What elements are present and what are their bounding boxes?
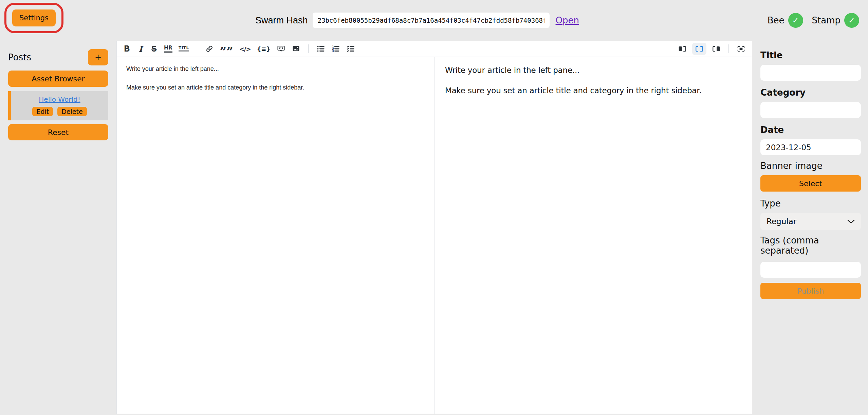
bullet-list-button[interactable] <box>316 43 326 55</box>
connection-status: Bee ✓ Stamp ✓ <box>768 13 859 28</box>
type-select[interactable]: Regular <box>760 213 861 230</box>
post-title-link[interactable]: Hello World! <box>39 95 80 103</box>
stamp-status: Stamp ✓ <box>812 13 859 28</box>
preview-pane: Write your article in the left pane... M… <box>435 57 752 414</box>
code-block-button[interactable]: {≡} <box>256 43 271 55</box>
category-label: Category <box>760 87 861 98</box>
bold-button[interactable]: B <box>123 43 131 55</box>
source-line: Make sure you set an article title and c… <box>126 83 425 92</box>
delete-post-button[interactable]: Delete <box>57 107 87 116</box>
date-label: Date <box>760 125 861 135</box>
bold-icon: B <box>124 44 130 54</box>
blockquote-icon: ”” <box>220 50 233 53</box>
task-list-button[interactable] <box>346 43 356 55</box>
bee-check-icon: ✓ <box>788 13 803 28</box>
link-button[interactable] <box>204 43 215 55</box>
bullet-list-icon <box>316 45 325 53</box>
bee-status: Bee ✓ <box>768 13 803 28</box>
editor-only-view-button[interactable] <box>677 43 687 55</box>
preview-line: Write your article in the left pane... <box>445 65 742 76</box>
publish-button[interactable]: Publish <box>760 283 861 299</box>
inline-code-icon: </> <box>239 45 251 53</box>
code-block-icon: {≡} <box>257 45 271 53</box>
tags-input[interactable] <box>760 262 861 278</box>
markdown-source-pane[interactable]: Write your article in the left pane... M… <box>117 57 435 414</box>
image-icon <box>292 45 300 53</box>
edit-post-button[interactable]: Edit <box>32 107 53 116</box>
embed-icon <box>277 45 285 53</box>
asset-browser-button[interactable]: Asset Browser <box>8 71 108 87</box>
chevron-down-icon <box>847 219 855 224</box>
fullscreen-button[interactable] <box>736 43 746 55</box>
add-post-button[interactable]: + <box>88 49 108 65</box>
svg-text:3: 3 <box>332 50 334 53</box>
embed-button[interactable] <box>276 43 286 55</box>
preview-only-view-button[interactable] <box>711 43 721 55</box>
swarm-hash-label: Swarm Hash <box>255 15 308 26</box>
preview-line: Make sure you set an article title and c… <box>445 85 742 96</box>
horizontal-rule-button[interactable]: HR <box>163 43 173 55</box>
horizontal-rule-icon: HR <box>164 45 172 53</box>
link-icon <box>205 45 214 53</box>
title-label: Title <box>760 50 861 60</box>
bee-status-label: Bee <box>768 15 784 25</box>
blockquote-button[interactable]: ”” <box>219 43 234 55</box>
numbered-list-icon: 123 <box>331 45 340 53</box>
stamp-status-label: Stamp <box>812 15 841 25</box>
toolbar-divider <box>197 44 197 53</box>
swarm-hash-input[interactable] <box>313 13 550 28</box>
toolbar-divider <box>728 44 729 53</box>
open-link[interactable]: Open <box>556 15 579 25</box>
preview-only-view-icon <box>712 45 721 53</box>
heading-icon: TITL <box>179 46 189 52</box>
markdown-editor: B I S HR TITL ”” <box>116 41 752 414</box>
category-input[interactable] <box>760 102 861 118</box>
banner-select-button[interactable]: Select <box>760 175 861 192</box>
settings-button[interactable]: Settings <box>12 9 56 26</box>
settings-annotation-ring: Settings <box>4 3 63 33</box>
italic-icon: I <box>138 44 142 54</box>
heading-button[interactable]: TITL <box>178 43 189 55</box>
posts-heading: Posts <box>8 52 31 62</box>
title-input[interactable] <box>760 65 861 81</box>
banner-image-label: Banner image <box>760 161 861 171</box>
post-list-item: Hello World! Edit Delete <box>8 91 108 120</box>
strikethrough-button[interactable]: S <box>150 43 159 55</box>
article-properties-sidebar: Title Category Date Banner image Select … <box>760 50 861 299</box>
editor-only-view-icon <box>678 45 687 53</box>
source-line: Write your article in the left pane... <box>126 64 425 73</box>
view-tools <box>677 43 746 55</box>
editor-toolbar: B I S HR TITL ”” <box>117 41 752 57</box>
italic-button[interactable]: I <box>136 43 145 55</box>
formatting-tools: B I S HR TITL ”” <box>123 43 356 55</box>
posts-sidebar: Posts + Asset Browser Hello World! Edit … <box>8 49 108 140</box>
stamp-check-icon: ✓ <box>844 13 859 28</box>
tags-label: Tags (comma separated) <box>760 235 861 256</box>
type-label: Type <box>760 198 861 209</box>
fullscreen-icon <box>737 45 745 53</box>
strikethrough-icon: S <box>151 44 157 53</box>
numbered-list-button[interactable]: 123 <box>331 43 341 55</box>
swarm-hash-bar: Swarm Hash Open <box>255 13 579 28</box>
date-input[interactable] <box>760 139 861 155</box>
image-button[interactable] <box>291 43 301 55</box>
inline-code-button[interactable]: </> <box>239 43 252 55</box>
split-view-button[interactable] <box>692 43 706 55</box>
task-list-icon <box>346 45 355 53</box>
type-select-value: Regular <box>767 217 796 226</box>
reset-button[interactable]: Reset <box>8 124 108 140</box>
split-view-icon <box>695 45 704 53</box>
toolbar-divider <box>308 44 309 53</box>
